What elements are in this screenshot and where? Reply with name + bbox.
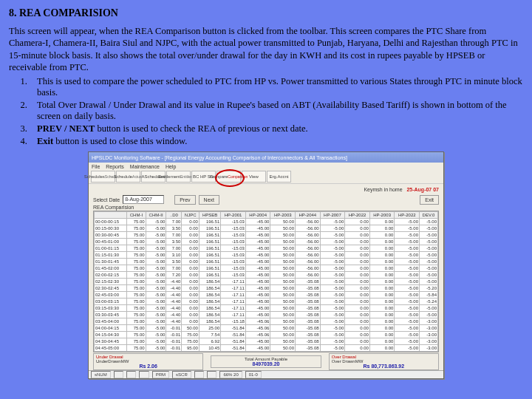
- next-button[interactable]: Next: [199, 195, 219, 205]
- table-row: 04:45-05:0075.00-5.00-0.0195.0010.45-51.…: [95, 345, 438, 352]
- status-cell: [194, 371, 204, 378]
- table-row: 00:00-00:1575.00-5.007.000.00196.51-15.0…: [95, 219, 438, 225]
- table-row: 02:15-02:3075.00-5.00-4.400.00186.54-17.…: [95, 279, 438, 285]
- col-header: HP-2003: [270, 212, 296, 219]
- info-right-wrap: Keymsh in home 25-Aug-07 07: [364, 187, 439, 192]
- exit-button[interactable]: Exit: [420, 195, 439, 205]
- section-description: This screen will appear, when the REA Co…: [9, 25, 523, 73]
- table-row: 02:00-02:1575.00-5.007.200.00196.51-15.0…: [95, 272, 438, 279]
- toolbar-btn-0[interactable]: SchedulesSchedules: [91, 171, 115, 183]
- status-cell: sSCR: [172, 371, 191, 378]
- toolbar-btn-7[interactable]: Erg.Accnt: [267, 171, 291, 183]
- table-row: 03:30-03:4575.00-5.00-4.400.00186.54-17.…: [95, 312, 438, 318]
- date-select[interactable]: 8-Aug-2007: [123, 195, 164, 204]
- table-row: 01:15-01:3075.00-5.003.100.00196.51-15.0…: [95, 252, 438, 259]
- info-bar: Keymsh in home Keymsh in home 25-Aug-07 …: [89, 184, 443, 194]
- total-amount-value: 8497039.20: [214, 361, 318, 366]
- col-header: HP-2003: [369, 212, 395, 219]
- status-cell: [207, 371, 216, 378]
- bullet-list: This is used to compare the power schedu…: [30, 76, 523, 147]
- table-row: 01:30-01:4575.00-5.003.500.00196.51-15.0…: [95, 259, 438, 265]
- under-drawal-rs: Rs 2.06: [96, 364, 200, 369]
- status-cell: PRM: [152, 371, 169, 378]
- info-date: 25-Aug-07 07: [406, 187, 439, 192]
- col-header: HP-2007: [320, 212, 345, 219]
- status-cell: sNUM: [91, 371, 111, 378]
- footer-summary: Under Drawal UnderDrawnMW Rs 2.06 Total …: [93, 353, 439, 369]
- col-header: ..D0: [166, 212, 182, 219]
- table-row: 00:30-00:4575.00-5.007.000.00196.51-15.0…: [95, 232, 438, 239]
- over-drawal-box: Over Drawal Over DrawnMW Rs 80,773.863.9…: [329, 353, 439, 370]
- col-header: HP-2004: [245, 212, 270, 219]
- table-row: 00:45-01:0075.00-5.003.500.00196.51-15.0…: [95, 239, 438, 245]
- bullet-3: PREV / NEXT button is used to check the …: [30, 123, 523, 134]
- data-grid[interactable]: CHM-ICHM-II..D0NJPCHPSEBHP-2001HP-2004HP…: [93, 211, 439, 352]
- table-row: 03:45-04:0075.00-5.00-4.400.00186.54-15.…: [95, 318, 438, 325]
- window-titlebar: HPSLDC Monitoring Software - [Regional E…: [89, 152, 443, 163]
- toolbar-btn-5[interactable]: CompareComparison: [216, 171, 241, 183]
- info-left-label2: Keymsh in home: [364, 187, 402, 192]
- col-header: HP-2022: [395, 212, 420, 219]
- toolbar-btn-3[interactable]: EntitlementEntitlement: [166, 171, 191, 183]
- table-row: 01:45-02:0075.00-5.007.000.00196.51-15.0…: [95, 265, 438, 272]
- menu-file[interactable]: File: [92, 164, 100, 169]
- table-row: 03:00-03:1575.00-5.00-4.400.00186.54-17.…: [95, 299, 438, 305]
- table-row: 04:30-04:4575.00-5.00-0.0175.006.92-51.8…: [95, 338, 438, 345]
- col-header: HPSEB: [199, 212, 220, 219]
- menu-maintenance[interactable]: Maintenance: [130, 164, 160, 169]
- col-header: DEV.0: [420, 212, 438, 219]
- status-cell: [114, 371, 123, 378]
- under-drawal-box: Under Drawal UnderDrawnMW Rs 2.06: [93, 353, 203, 370]
- table-row: 02:45-03:0075.00-5.00-4.400.00186.54-17.…: [95, 292, 438, 299]
- bullet-1: This is used to compare the power schedu…: [30, 76, 523, 98]
- select-row: Select Date 8-Aug-2007 Prev Next Exit: [89, 194, 443, 205]
- bullet-4: Exit button is used to close this window…: [30, 136, 523, 147]
- grid-label: REA Comparision: [89, 205, 443, 210]
- col-header: HP-2022: [345, 212, 370, 219]
- col-header: [95, 212, 127, 219]
- status-cell: [139, 371, 149, 378]
- table-row: 03:15-03:3075.00-5.00-4.400.00186.54-17.…: [95, 305, 438, 312]
- total-amount-box: Total Amount Payable 8497039.20: [211, 355, 321, 368]
- status-cell: [126, 371, 136, 378]
- col-header: NJPC: [182, 212, 200, 219]
- select-date-label: Select Date: [93, 197, 120, 202]
- app-window: HPSLDC Monitoring Software - [Regional E…: [88, 151, 444, 379]
- over-drawal-rs: Rs 80,773.863.92: [332, 364, 436, 369]
- status-cell: 66% 20: [219, 371, 242, 378]
- col-header: CHM-I: [127, 212, 146, 219]
- status-cell: 01-0: [245, 371, 262, 378]
- status-bar: sNUM PRMsSCR 66% 2001-0: [89, 370, 443, 378]
- table-row: 01:00-01:1575.00-5.007.000.00196.51-15.0…: [95, 245, 438, 252]
- table-row: 04:15-04:3075.00-5.00-0.0175.007.54-51.8…: [95, 332, 438, 338]
- toolbar: SchedulesSchedulesScheduleActualASchedul…: [89, 170, 443, 184]
- menu-reports[interactable]: Reports: [106, 164, 124, 169]
- table-row: 04:00-04:1575.00-5.00-0.0150.0025.00-51.…: [95, 325, 438, 332]
- col-header: HP-2001: [221, 212, 246, 219]
- section-heading: 8. REA COMPARISION: [9, 7, 523, 19]
- menu-help[interactable]: Help: [166, 164, 176, 169]
- col-header: CHM-II: [146, 212, 166, 219]
- table-row: 00:15-00:3075.00-5.003.500.00196.51-15.0…: [95, 225, 438, 232]
- menubar: FileReportsMaintenanceHelp: [89, 163, 443, 170]
- toolbar-btn-1[interactable]: ScheduleActual: [116, 171, 140, 183]
- bullet-2: Total Over Drawal / Under Drawal and its…: [30, 100, 523, 122]
- prev-button[interactable]: Prev: [174, 195, 195, 205]
- col-header: HP-2044: [296, 212, 321, 219]
- table-row: 02:30-02:4575.00-5.00-4.400.00186.54-17.…: [95, 285, 438, 292]
